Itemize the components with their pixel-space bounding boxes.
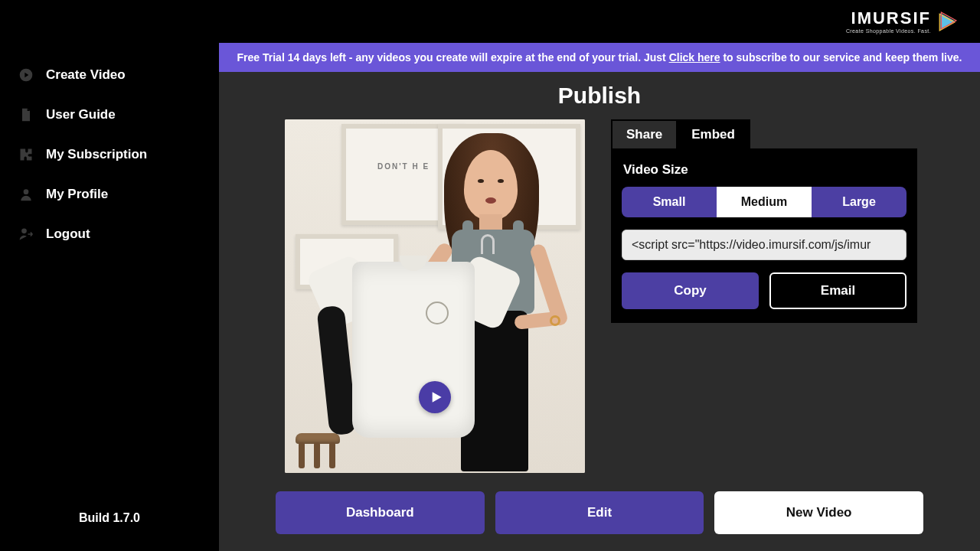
- document-icon: [18, 107, 34, 122]
- sidebar-item-logout[interactable]: Logout: [18, 227, 201, 242]
- banner-subscribe-link[interactable]: Click here: [669, 51, 720, 64]
- size-small-button[interactable]: Small: [622, 187, 717, 217]
- sidebar-item-label: User Guide: [46, 107, 116, 122]
- tab-share[interactable]: Share: [611, 119, 678, 148]
- email-button[interactable]: Email: [769, 272, 906, 309]
- publish-tabs: Share Embed: [611, 119, 914, 148]
- svg-point-6: [21, 229, 27, 234]
- puzzle-icon: [18, 147, 34, 162]
- embed-code-input[interactable]: [622, 230, 906, 260]
- logout-icon: [18, 227, 34, 242]
- bottom-actions: Dashboard Edit New Video: [219, 481, 980, 551]
- brand-logo: IMURSIF Create Shoppable Videos. Fast.: [846, 10, 957, 34]
- trial-banner: Free Trial 14 days left - any videos you…: [219, 43, 980, 72]
- sidebar-item-user-guide[interactable]: User Guide: [18, 107, 201, 122]
- edit-button[interactable]: Edit: [495, 491, 704, 534]
- brand-play-icon: [937, 11, 957, 31]
- banner-text-before: Free Trial 14 days left - any videos you…: [237, 51, 669, 64]
- svg-marker-7: [432, 392, 441, 402]
- sidebar-item-my-subscription[interactable]: My Subscription: [18, 147, 201, 162]
- sidebar: Create Video User Guide My Subscription …: [0, 43, 219, 551]
- size-large-button[interactable]: Large: [812, 187, 906, 217]
- copy-button[interactable]: Copy: [622, 272, 759, 309]
- dashboard-button[interactable]: Dashboard: [276, 491, 485, 534]
- brand-name: IMURSIF: [851, 10, 931, 27]
- banner-text-after: to subscribe to our service and keep the…: [720, 51, 962, 64]
- size-medium-button[interactable]: Medium: [717, 187, 812, 217]
- svg-point-5: [24, 189, 29, 194]
- play-button[interactable]: [419, 381, 451, 413]
- new-video-button[interactable]: New Video: [714, 491, 923, 534]
- sidebar-item-label: Logout: [46, 227, 90, 242]
- brand-tagline: Create Shoppable Videos. Fast.: [846, 28, 931, 34]
- build-version: Build 1.7.0: [0, 511, 219, 551]
- video-preview[interactable]: DON'T H E: [285, 119, 585, 473]
- play-circle-icon: [18, 67, 34, 83]
- sidebar-item-label: My Profile: [46, 187, 108, 202]
- video-size-label: Video Size: [623, 162, 906, 178]
- video-size-segmented: Small Medium Large: [622, 187, 906, 217]
- topbar: IMURSIF Create Shoppable Videos. Fast.: [0, 0, 980, 43]
- sidebar-item-label: My Subscription: [46, 147, 147, 162]
- embed-panel: Video Size Small Medium Large Copy Email: [611, 148, 917, 323]
- sidebar-item-create-video[interactable]: Create Video: [18, 67, 201, 83]
- sidebar-item-my-profile[interactable]: My Profile: [18, 187, 201, 202]
- tab-embed[interactable]: Embed: [676, 119, 750, 148]
- user-icon: [18, 187, 34, 202]
- play-icon: [430, 391, 443, 403]
- sidebar-item-label: Create Video: [46, 67, 126, 83]
- page-title: Publish: [219, 83, 980, 109]
- main: Free Trial 14 days left - any videos you…: [219, 43, 980, 551]
